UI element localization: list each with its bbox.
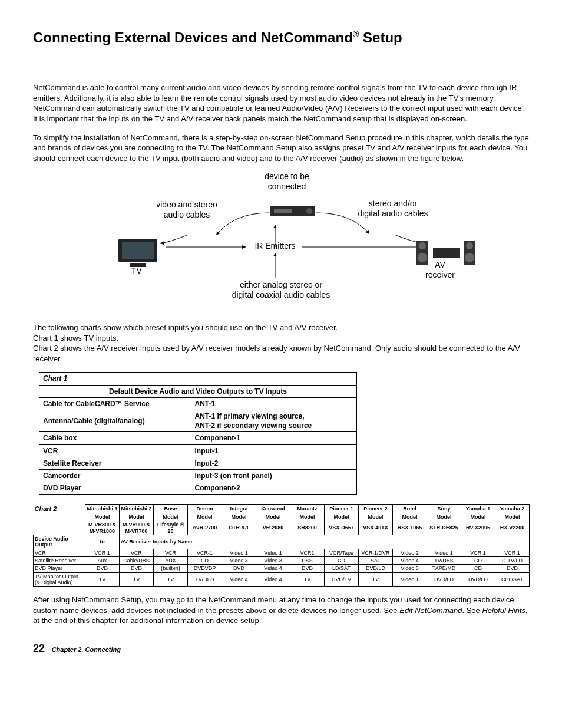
svg-point-15 — [466, 242, 473, 249]
chart2-cell: TV — [290, 572, 325, 587]
chart2-model: AVR-2700 — [188, 521, 222, 535]
chart2-cell: VCR 1 — [85, 549, 120, 556]
chart2-brand-header: Yamaha 1 — [461, 505, 495, 513]
chart1-device: Cable for CableCARD™ Service — [39, 397, 191, 410]
chart2-row-label: VCR — [34, 549, 85, 556]
title-part-b: Setup — [359, 29, 402, 45]
chart2-model-label: Model — [393, 513, 427, 521]
chart1-input: Input-1 — [191, 444, 356, 457]
page-number: 22 — [33, 643, 45, 654]
chart2-brand-header: Pioneer 1 — [325, 505, 359, 513]
chart-1-table: Chart 1 Default Device Audio and Video O… — [39, 372, 357, 495]
chart2-cell: DVD — [495, 565, 530, 572]
chart2-cell: TV — [154, 572, 188, 587]
chart2-cell: CD — [188, 556, 222, 564]
chart2-cell: (built-in) — [154, 565, 188, 572]
chart1-input: ANT-1 — [191, 397, 356, 410]
chart2-brand-header: Rotel — [393, 505, 427, 513]
chart2-cell: DVDVDP — [188, 565, 222, 572]
chart2-cell: Video 1 — [222, 549, 256, 556]
chart2-cell: VCR 1 — [495, 549, 530, 556]
label-device: device to be connected — [246, 172, 328, 192]
chart2-cell: DVD/LD — [427, 572, 461, 587]
chart2-cell: VCR-1 — [188, 549, 222, 556]
svg-rect-5 — [122, 242, 154, 259]
chart2-cell: Video 4 — [256, 572, 290, 587]
outro-b: Edit NetCommand — [399, 606, 462, 615]
chart2-brand-header: Bose — [154, 505, 188, 513]
chart2-cell: VCR — [154, 549, 188, 556]
chart2-model: VR-2080 — [256, 521, 290, 535]
dao-label: Device Audio Output — [34, 535, 85, 549]
chart1-device: Antenna/Cable (digital/analog) — [39, 410, 191, 431]
chart2-cell: DVD/LD — [461, 572, 495, 587]
label-ir: IR Emitters — [246, 241, 305, 251]
chart2-cell: DSS — [290, 556, 325, 564]
registered-mark: ® — [353, 29, 359, 39]
chart2-cell: VCR1 — [290, 549, 325, 556]
chart2-model: VSX-49TX — [359, 521, 393, 535]
charts-intro-line1: The following charts show which preset i… — [33, 323, 338, 332]
chart-2-table: Chart 2 Mitsubishi 1Mitsubishi 2BoseDeno… — [33, 504, 530, 587]
chart2-brand-header: Pioneer 2 — [359, 505, 393, 513]
connection-diagram: device to be connected video and stereo … — [69, 172, 493, 312]
chart2-model-label: Model — [85, 513, 120, 521]
chart1-input: Component-1 — [191, 432, 356, 444]
chart2-model: M-VR900 & M-VR700 — [120, 521, 154, 535]
chart1-device: DVD Player — [39, 482, 191, 495]
chart2-model-label: Model — [188, 513, 222, 521]
chart2-brand-header: Kenwood — [256, 505, 290, 513]
chart2-cell: Video 1 — [427, 549, 461, 556]
chart2-brand-header: Mitsubishi 2 — [120, 505, 154, 513]
page-title: Connecting External Devices and NetComma… — [33, 28, 529, 47]
chart2-row-label: TV Monitor Output (& Digital Audio) — [34, 572, 85, 587]
chart2-cell: DVD/LD — [359, 565, 393, 572]
chart1-subtitle: Default Device Audio and Video Outputs t… — [39, 385, 357, 397]
chart2-row-label: DVD Player — [34, 565, 85, 572]
avri-label: AV Receiver Inputs by Name — [120, 535, 530, 549]
svg-rect-9 — [274, 209, 292, 213]
chart2-cell: DVD/TV — [325, 572, 359, 587]
chart2-cell: VCR — [120, 549, 154, 556]
title-part-a: Connecting External Devices and NetComma… — [33, 29, 353, 45]
chart2-cell: CBL/SAT — [495, 572, 530, 587]
chart2-cell: D-TV/LD — [495, 556, 530, 564]
chart2-cell: TV — [359, 572, 393, 587]
chart2-model: Lifestyle ® 28 — [154, 521, 188, 535]
chart2-cell: SAT — [359, 556, 393, 564]
chart2-cell: Cable/DBS — [120, 556, 154, 564]
chart2-cell: TV — [120, 572, 154, 587]
chart2-cell: VCR/Tape — [325, 549, 359, 556]
chart2-brand-header: Mitsubishi 1 — [85, 505, 120, 513]
chart2-model-label: Model — [120, 513, 154, 521]
chart2-cell: CD — [325, 556, 359, 564]
chart2-model: VSX-D557 — [325, 521, 359, 535]
chart2-cell: VCR 1/DVR — [359, 549, 393, 556]
chart2-brand-header: Marantz — [290, 505, 325, 513]
svg-rect-6 — [130, 263, 146, 267]
chart1-input: Input-3 (on front panel) — [191, 469, 356, 482]
label-either: either analog stereo or digital coaxial … — [204, 280, 358, 300]
chart2-cell: Video 1 — [256, 549, 290, 556]
chart1-device: Camcorder — [39, 469, 191, 482]
chart2-model: RV-X2095 — [461, 521, 495, 535]
chapter-label: Chapter 2. Connecting — [52, 646, 121, 653]
tv-icon — [116, 236, 163, 269]
chart2-model-label: Model — [222, 513, 256, 521]
charts-intro-line2: Chart 1 shows TV inputs. — [33, 334, 118, 342]
av-receiver-icon — [416, 238, 475, 267]
chart2-model-label: Model — [256, 513, 290, 521]
chart2-model: STR-DE825 — [427, 521, 461, 535]
chart2-cell: VCR 1 — [461, 549, 495, 556]
chart2-cell: CD — [461, 565, 495, 572]
charts-intro: The following charts show which preset i… — [33, 322, 529, 364]
svg-point-12 — [419, 242, 426, 249]
chart2-cell: Video 1 — [393, 572, 427, 587]
label-video-stereo: video and stereo audio cables — [140, 200, 234, 220]
intro-para-1: NetCommand is able to control many curre… — [33, 83, 529, 124]
chart2-cell: Video 4 — [222, 572, 256, 587]
chart2-cell: DVD — [120, 565, 154, 572]
chart2-model: RSX-1065 — [393, 521, 427, 535]
chart2-cell: Video 4 — [393, 556, 427, 564]
chart2-cell: TV — [85, 572, 120, 587]
